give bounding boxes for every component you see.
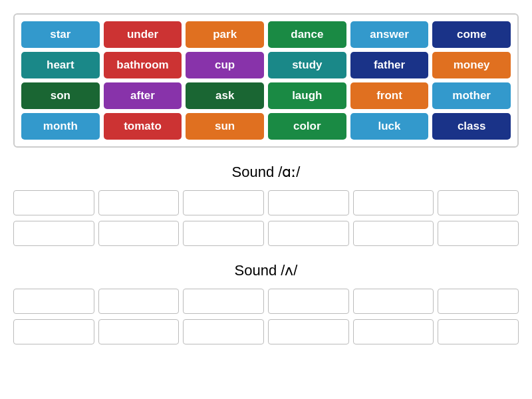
drop-cell[interactable]	[353, 190, 434, 215]
word-tile[interactable]: color	[268, 113, 346, 140]
word-tile[interactable]: luck	[350, 113, 429, 140]
drop-row	[13, 190, 519, 215]
word-tile[interactable]: sun	[186, 113, 264, 140]
word-grid: starunderparkdanceanswercomeheartbathroo…	[13, 13, 519, 148]
drop-cell[interactable]	[13, 319, 94, 344]
word-tile[interactable]: dance	[268, 21, 346, 48]
word-tile[interactable]: father	[350, 52, 429, 78]
drop-row	[13, 289, 519, 314]
drop-cell[interactable]	[353, 221, 434, 246]
word-tile[interactable]: son	[21, 82, 100, 109]
word-tile[interactable]: class	[432, 113, 511, 140]
sound-title: Sound /ʌ/	[13, 262, 519, 279]
word-tile[interactable]: star	[21, 21, 100, 48]
drop-row	[13, 221, 519, 246]
sections-container: Sound /ɑː/Sound /ʌ/	[13, 164, 519, 344]
drop-cell[interactable]	[268, 221, 349, 246]
sound-section: Sound /ʌ/	[13, 262, 519, 344]
drop-cell[interactable]	[183, 289, 264, 314]
word-tile[interactable]: come	[432, 21, 511, 48]
drop-cell[interactable]	[183, 190, 264, 215]
word-tile[interactable]: tomato	[104, 113, 182, 140]
word-tile[interactable]: cup	[186, 52, 264, 78]
word-tile[interactable]: bathroom	[104, 52, 182, 78]
drop-cell[interactable]	[438, 289, 519, 314]
drop-cell[interactable]	[98, 319, 180, 344]
word-tile[interactable]: laugh	[268, 82, 346, 109]
word-tile[interactable]: study	[268, 52, 346, 78]
drop-cell[interactable]	[13, 221, 94, 246]
drop-cell[interactable]	[183, 319, 264, 344]
drop-row	[13, 319, 519, 344]
drop-cell[interactable]	[353, 319, 434, 344]
drop-cell[interactable]	[438, 319, 519, 344]
drop-cell[interactable]	[268, 190, 349, 215]
word-tile[interactable]: park	[186, 21, 264, 48]
drop-cell[interactable]	[98, 190, 180, 215]
word-tile[interactable]: under	[104, 21, 182, 48]
drop-cell[interactable]	[98, 221, 180, 246]
sound-section: Sound /ɑː/	[13, 164, 519, 246]
drop-cell[interactable]	[13, 190, 94, 215]
drop-cell[interactable]	[13, 289, 94, 314]
drop-cell[interactable]	[183, 221, 264, 246]
drop-cell[interactable]	[268, 289, 349, 314]
drop-cell[interactable]	[438, 190, 519, 215]
word-tile[interactable]: ask	[186, 82, 264, 109]
sound-title: Sound /ɑː/	[13, 164, 519, 181]
drop-cell[interactable]	[438, 221, 519, 246]
word-tile[interactable]: answer	[350, 21, 429, 48]
drop-cell[interactable]	[353, 289, 434, 314]
word-tile[interactable]: month	[21, 113, 100, 140]
word-tile[interactable]: money	[432, 52, 511, 78]
word-tile[interactable]: after	[104, 82, 182, 109]
word-tile[interactable]: front	[350, 82, 429, 109]
word-tile[interactable]: mother	[432, 82, 511, 109]
drop-cell[interactable]	[268, 319, 349, 344]
word-tile[interactable]: heart	[21, 52, 100, 78]
drop-cell[interactable]	[98, 289, 180, 314]
